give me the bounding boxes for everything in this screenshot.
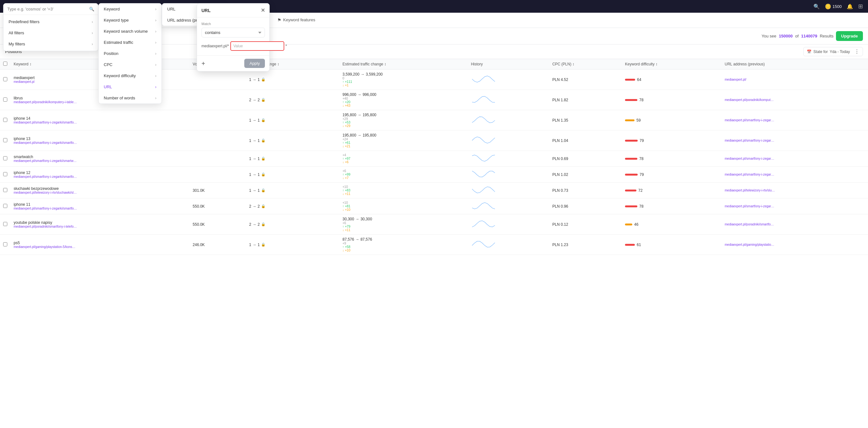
traffic-to: 30,300 xyxy=(361,217,372,221)
my-filters-item[interactable]: My filters › xyxy=(3,38,98,50)
row-checkbox-cell xyxy=(0,151,10,167)
row-url-prev-cell: mediaexpert.pl/smartfony-i-zegarki/smart… xyxy=(721,151,868,167)
keyword-url[interactable]: mediaexpert.pl/poradniki/komputery-i-tab… xyxy=(13,100,77,104)
keyword-url[interactable]: mediaexpert.pl/smartfony-i-zegarki/smart… xyxy=(13,207,77,210)
diff-values: +40 ↑ +20 ↓ +43 xyxy=(342,97,464,107)
pos-arrow: → xyxy=(252,138,256,143)
keyword-url[interactable]: mediaexpert.pl/telewizory-i-rtv/sluchawk… xyxy=(13,191,77,194)
upgrade-button[interactable]: Upgrade xyxy=(836,31,863,41)
url-previous[interactable]: mediaexpert.pl/poradniki/komputery-i-tab… xyxy=(724,98,775,102)
url-modal-close-button[interactable]: ✕ xyxy=(261,7,265,13)
filter-estimated-traffic[interactable]: Estimated traffic › xyxy=(99,37,161,48)
url-prefix: mediaexpert.pl/* xyxy=(202,44,229,48)
keyword-url[interactable]: mediaexpert.pl/poradniki/smartfony-i-tel… xyxy=(13,225,77,228)
kd-value: 79 xyxy=(640,172,644,177)
keyword-text: słuchawki bezprzewodowe xyxy=(13,187,186,191)
url-previous[interactable]: mediaexpert.pl/telewizory-i-rtv/sluchawk… xyxy=(724,189,775,192)
kd-container: 46 xyxy=(625,222,718,227)
pos-to: 2 xyxy=(258,222,260,227)
diff-pos: +29 xyxy=(342,117,464,121)
row-checkbox[interactable] xyxy=(3,222,7,226)
row-checkbox[interactable] xyxy=(3,172,7,176)
row-checkbox[interactable] xyxy=(3,118,7,122)
filter-search-icon: 🔍 xyxy=(89,7,94,11)
filter-keyword-difficulty[interactable]: Keyword difficulty › xyxy=(99,70,161,81)
pos-to: 1 xyxy=(258,138,260,143)
kd-container: 72 xyxy=(625,188,718,193)
filter-url-label: URL xyxy=(104,84,112,89)
more-options-icon[interactable]: ⋮ xyxy=(855,49,860,55)
kd-bar xyxy=(625,158,638,160)
grid-icon[interactable]: ⊞ xyxy=(858,3,863,10)
sparkline-chart xyxy=(471,185,546,196)
col-kd[interactable]: Keyword difficulty ↕ xyxy=(622,59,721,69)
url-previous[interactable]: mediaexpert.pl/smartfony-i-zegarki/smart… xyxy=(724,173,775,176)
keyword-url[interactable]: mediaexpert.pl/smartfony-i-zegarki/smart… xyxy=(13,175,77,178)
traffic-arrow: → xyxy=(358,113,361,117)
row-checkbox[interactable] xyxy=(3,77,7,81)
sparkline-chart xyxy=(471,153,546,164)
row-url-prev-cell: mediaexpert.pl/smartfony-i-zegarki/smart… xyxy=(721,131,868,151)
col-cpc[interactable]: CPC (PLN) ↕ xyxy=(549,59,622,69)
url-previous[interactable]: mediaexpert.pl/smartfony-i-zegarki/smart… xyxy=(724,204,775,208)
row-kd-cell: 46 xyxy=(622,214,721,235)
keyword-url[interactable]: mediaexpert.pl/smartfony-i-zegarki/smart… xyxy=(13,121,77,124)
row-position-change-cell: 1 → 1 🔒 xyxy=(246,235,339,255)
url-previous[interactable]: mediaexpert.pl/smartfony-i-zegarki/smart… xyxy=(724,139,775,142)
filter-number-of-words[interactable]: Number of words › xyxy=(99,92,161,104)
predefined-filters-item[interactable]: Predefined filters › xyxy=(3,16,98,27)
url-previous[interactable]: mediaexpert.pl/gaming/playstation-5/kons… xyxy=(724,243,775,247)
match-select[interactable]: contains equals starts with ends with do… xyxy=(202,28,265,37)
row-checkbox[interactable] xyxy=(3,156,7,160)
tab-keyword-features[interactable]: ⚑ Keyword features xyxy=(273,13,320,28)
filter-cpc[interactable]: CPC › xyxy=(99,59,161,70)
row-url-prev-cell: mediaexpert.pl/ xyxy=(721,69,868,90)
row-cpc-cell: PLN 1.04 xyxy=(549,131,622,151)
url-apply-button[interactable]: Apply xyxy=(244,59,265,68)
sparkline-chart xyxy=(471,239,546,250)
position-change: 1 → 1 🔒 xyxy=(249,138,336,143)
row-checkbox-cell xyxy=(0,214,10,235)
lock-icon: 🔒 xyxy=(261,222,266,226)
filter-position[interactable]: Position › xyxy=(99,48,161,59)
url-add-button[interactable]: + xyxy=(202,60,205,67)
notification-icon[interactable]: 🔔 xyxy=(847,3,853,9)
search-icon[interactable]: 🔍 xyxy=(813,3,820,9)
keyword-url[interactable]: mediaexpert.pl/smartfony-i-zegarki/smart… xyxy=(13,141,77,144)
filter-keyword-chevron: › xyxy=(155,7,156,11)
filter-keyword-type[interactable]: Keyword type › xyxy=(99,15,161,26)
pos-arrow: → xyxy=(252,188,256,193)
all-filters-item[interactable]: All filters › xyxy=(3,27,98,38)
url-previous[interactable]: mediaexpert.pl/smartfony-i-zegarki/smart… xyxy=(724,118,775,122)
pos-from: 1 xyxy=(249,118,251,122)
filter-keyword[interactable]: Keyword › xyxy=(99,3,161,15)
pos-arrow: → xyxy=(252,156,256,161)
url-previous[interactable]: mediaexpert.pl/ xyxy=(724,78,775,81)
filter-search-input[interactable] xyxy=(7,7,89,11)
keyword-text: ps5 xyxy=(13,241,186,245)
row-cpc-cell: PLN 0.96 xyxy=(549,198,622,214)
keyword-url[interactable]: mediaexpert.pl/gaming/playstation-5/kons… xyxy=(13,245,77,249)
row-kd-cell: 61 xyxy=(622,235,721,255)
url-previous[interactable]: mediaexpert.pl/poradniki/smartfony-i-tel… xyxy=(724,223,775,226)
filter-url[interactable]: URL › xyxy=(99,81,161,92)
keyword-url[interactable]: mediaexpert.pl/smartfony-i-zegarki/smart… xyxy=(13,159,77,163)
row-checkbox[interactable] xyxy=(3,242,7,247)
row-url-prev-cell: mediaexpert.pl/smartfony-i-zegarki/smart… xyxy=(721,198,868,214)
filter-keyword-search-volume[interactable]: Keyword search volume › xyxy=(99,26,161,37)
diff-orange: ↓ +7 xyxy=(342,176,464,180)
url-value-input[interactable] xyxy=(230,41,284,51)
col-traffic-change[interactable]: Estimated traffic change ↕ xyxy=(339,59,468,69)
row-checkbox[interactable] xyxy=(3,138,7,142)
url-previous[interactable]: mediaexpert.pl/smartfony-i-zegarki/smart… xyxy=(724,157,775,160)
kd-container: 59 xyxy=(625,118,718,122)
keyword-url[interactable]: mediaexpert.pl xyxy=(13,80,77,84)
diff-values: +4 ↑ +97 ↓ +6 xyxy=(342,153,464,164)
cpc-value: PLN 1.02 xyxy=(552,172,568,177)
row-checkbox[interactable] xyxy=(3,97,7,102)
select-all-checkbox[interactable] xyxy=(3,62,7,66)
row-checkbox[interactable] xyxy=(3,204,7,208)
row-checkbox[interactable] xyxy=(3,188,7,192)
coins-amount: 1500 xyxy=(833,4,842,9)
traffic-from: 195,800 xyxy=(342,133,356,138)
